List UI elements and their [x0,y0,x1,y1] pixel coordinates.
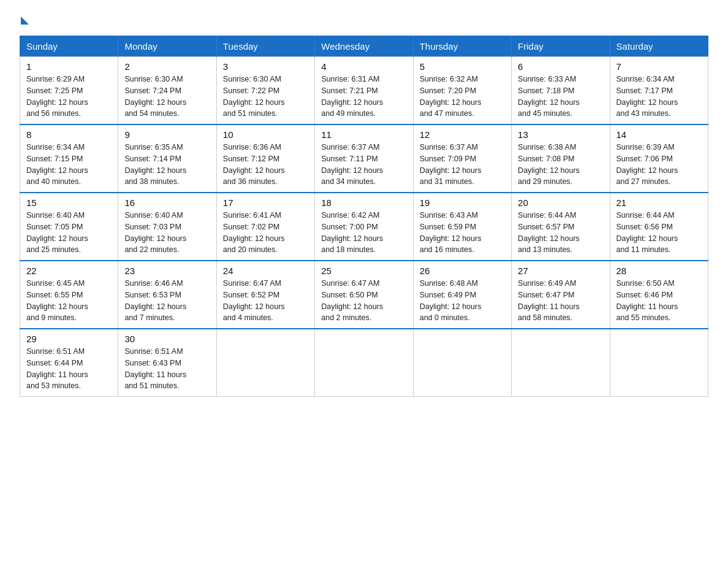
day-info: Sunrise: 6:47 AMSunset: 6:52 PMDaylight:… [223,278,308,324]
day-number: 12 [420,129,505,140]
day-number: 7 [616,61,702,72]
week-row-2: 8Sunrise: 6:34 AMSunset: 7:15 PMDaylight… [20,124,708,193]
day-info: Sunrise: 6:48 AMSunset: 6:49 PMDaylight:… [420,278,505,324]
day-cell: 19Sunrise: 6:43 AMSunset: 6:59 PMDayligh… [413,193,511,261]
week-row-1: 1Sunrise: 6:29 AMSunset: 7:25 PMDaylight… [20,57,708,125]
calendar-table: SundayMondayTuesdayWednesdayThursdayFrid… [20,36,708,397]
day-cell: 29Sunrise: 6:51 AMSunset: 6:44 PMDayligh… [20,329,118,397]
day-number: 25 [321,266,406,276]
day-number: 5 [420,61,505,72]
day-number: 10 [223,129,308,140]
day-cell: 28Sunrise: 6:50 AMSunset: 6:46 PMDayligh… [610,261,708,329]
day-info: Sunrise: 6:32 AMSunset: 7:20 PMDaylight:… [420,74,505,120]
day-info: Sunrise: 6:50 AMSunset: 6:46 PMDaylight:… [616,278,702,324]
day-number: 26 [420,266,505,276]
logo-arrow-icon [21,17,29,25]
day-info: Sunrise: 6:46 AMSunset: 6:53 PMDaylight:… [124,278,210,324]
week-row-4: 22Sunrise: 6:45 AMSunset: 6:55 PMDayligh… [20,261,708,329]
day-cell: 2Sunrise: 6:30 AMSunset: 7:24 PMDaylight… [118,57,216,125]
day-info: Sunrise: 6:44 AMSunset: 6:57 PMDaylight:… [518,210,603,256]
weekday-header-thursday: Thursday [413,36,511,57]
day-number: 2 [124,61,210,72]
weekday-header-friday: Friday [512,36,610,57]
weekday-header-wednesday: Wednesday [315,36,413,57]
day-info: Sunrise: 6:37 AMSunset: 7:11 PMDaylight:… [321,142,406,188]
day-number: 15 [26,197,112,208]
day-info: Sunrise: 6:38 AMSunset: 7:08 PMDaylight:… [518,142,603,188]
day-number: 22 [26,266,112,276]
day-number: 3 [223,61,308,72]
day-info: Sunrise: 6:51 AMSunset: 6:44 PMDaylight:… [26,346,112,392]
day-cell: 6Sunrise: 6:33 AMSunset: 7:18 PMDaylight… [512,57,610,125]
day-cell: 23Sunrise: 6:46 AMSunset: 6:53 PMDayligh… [118,261,216,329]
day-cell: 7Sunrise: 6:34 AMSunset: 7:17 PMDaylight… [610,57,708,125]
day-info: Sunrise: 6:40 AMSunset: 7:03 PMDaylight:… [124,210,210,256]
week-row-3: 15Sunrise: 6:40 AMSunset: 7:05 PMDayligh… [20,193,708,261]
day-cell: 4Sunrise: 6:31 AMSunset: 7:21 PMDaylight… [315,57,413,125]
day-number: 21 [616,197,702,208]
day-info: Sunrise: 6:47 AMSunset: 6:50 PMDaylight:… [321,278,406,324]
day-cell: 20Sunrise: 6:44 AMSunset: 6:57 PMDayligh… [512,193,610,261]
day-info: Sunrise: 6:49 AMSunset: 6:47 PMDaylight:… [518,278,603,324]
day-number: 30 [124,334,210,344]
day-number: 18 [321,197,406,208]
day-cell: 17Sunrise: 6:41 AMSunset: 7:02 PMDayligh… [216,193,314,261]
day-cell [216,329,314,397]
day-cell: 14Sunrise: 6:39 AMSunset: 7:06 PMDayligh… [610,124,708,193]
day-info: Sunrise: 6:41 AMSunset: 7:02 PMDaylight:… [223,210,308,256]
day-info: Sunrise: 6:43 AMSunset: 6:59 PMDaylight:… [420,210,505,256]
page-header [20,15,708,25]
day-number: 29 [26,334,112,344]
day-info: Sunrise: 6:33 AMSunset: 7:18 PMDaylight:… [518,74,603,120]
day-cell: 21Sunrise: 6:44 AMSunset: 6:56 PMDayligh… [610,193,708,261]
day-info: Sunrise: 6:40 AMSunset: 7:05 PMDaylight:… [26,210,112,256]
day-number: 9 [124,129,210,140]
day-info: Sunrise: 6:45 AMSunset: 6:55 PMDaylight:… [26,278,112,324]
day-cell: 13Sunrise: 6:38 AMSunset: 7:08 PMDayligh… [512,124,610,193]
day-number: 16 [124,197,210,208]
day-info: Sunrise: 6:34 AMSunset: 7:17 PMDaylight:… [616,74,702,120]
day-info: Sunrise: 6:44 AMSunset: 6:56 PMDaylight:… [616,210,702,256]
day-number: 11 [321,129,406,140]
day-info: Sunrise: 6:30 AMSunset: 7:22 PMDaylight:… [223,74,308,120]
weekday-header-tuesday: Tuesday [216,36,314,57]
day-number: 14 [616,129,702,140]
day-info: Sunrise: 6:31 AMSunset: 7:21 PMDaylight:… [321,74,406,120]
day-number: 17 [223,197,308,208]
logo [20,15,29,25]
day-cell: 12Sunrise: 6:37 AMSunset: 7:09 PMDayligh… [413,124,511,193]
day-info: Sunrise: 6:42 AMSunset: 7:00 PMDaylight:… [321,210,406,256]
day-info: Sunrise: 6:37 AMSunset: 7:09 PMDaylight:… [420,142,505,188]
day-info: Sunrise: 6:35 AMSunset: 7:14 PMDaylight:… [124,142,210,188]
day-number: 13 [518,129,603,140]
day-info: Sunrise: 6:29 AMSunset: 7:25 PMDaylight:… [26,74,112,120]
day-info: Sunrise: 6:39 AMSunset: 7:06 PMDaylight:… [616,142,702,188]
day-cell [512,329,610,397]
day-cell: 24Sunrise: 6:47 AMSunset: 6:52 PMDayligh… [216,261,314,329]
day-cell: 10Sunrise: 6:36 AMSunset: 7:12 PMDayligh… [216,124,314,193]
day-number: 20 [518,197,603,208]
day-number: 4 [321,61,406,72]
day-info: Sunrise: 6:51 AMSunset: 6:43 PMDaylight:… [124,346,210,392]
day-number: 6 [518,61,603,72]
weekday-header-row: SundayMondayTuesdayWednesdayThursdayFrid… [20,36,708,57]
day-number: 27 [518,266,603,276]
day-number: 1 [26,61,112,72]
day-cell: 22Sunrise: 6:45 AMSunset: 6:55 PMDayligh… [20,261,118,329]
day-cell: 16Sunrise: 6:40 AMSunset: 7:03 PMDayligh… [118,193,216,261]
day-cell: 30Sunrise: 6:51 AMSunset: 6:43 PMDayligh… [118,329,216,397]
day-cell [610,329,708,397]
day-info: Sunrise: 6:34 AMSunset: 7:15 PMDaylight:… [26,142,112,188]
day-cell: 3Sunrise: 6:30 AMSunset: 7:22 PMDaylight… [216,57,314,125]
weekday-header-sunday: Sunday [20,36,118,57]
day-cell: 9Sunrise: 6:35 AMSunset: 7:14 PMDaylight… [118,124,216,193]
day-cell [315,329,413,397]
day-cell: 11Sunrise: 6:37 AMSunset: 7:11 PMDayligh… [315,124,413,193]
day-cell: 18Sunrise: 6:42 AMSunset: 7:00 PMDayligh… [315,193,413,261]
day-cell [413,329,511,397]
day-number: 24 [223,266,308,276]
day-info: Sunrise: 6:36 AMSunset: 7:12 PMDaylight:… [223,142,308,188]
day-number: 19 [420,197,505,208]
week-row-5: 29Sunrise: 6:51 AMSunset: 6:44 PMDayligh… [20,329,708,397]
day-cell: 26Sunrise: 6:48 AMSunset: 6:49 PMDayligh… [413,261,511,329]
